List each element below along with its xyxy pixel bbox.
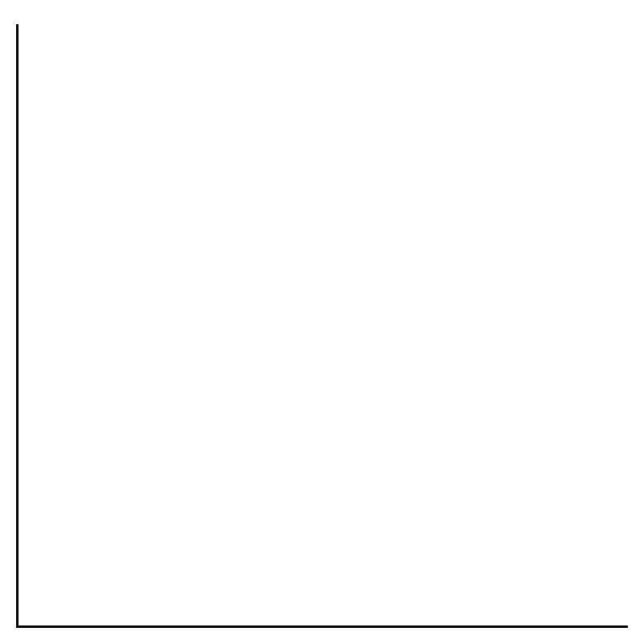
curve-line <box>19 24 628 625</box>
plot-area <box>16 24 628 628</box>
chart-container <box>0 0 644 644</box>
